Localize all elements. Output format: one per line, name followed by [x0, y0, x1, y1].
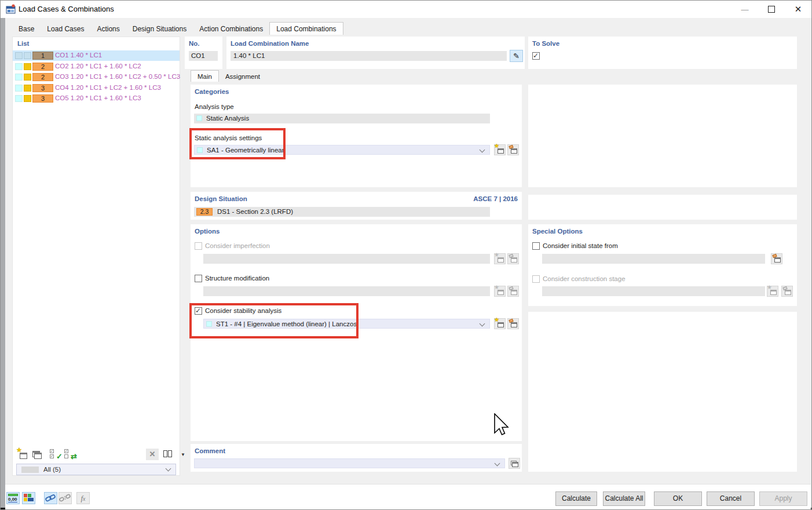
list-item[interactable]: 1 CO1 1.40 * LC1 — [13, 50, 180, 61]
stability-color-icon — [206, 321, 212, 327]
broken-chain-icon — [59, 493, 71, 504]
edit-structure-modification-button — [507, 286, 519, 297]
color-swatch-icon — [28, 498, 34, 501]
structure-modification-checkbox[interactable] — [195, 275, 202, 282]
list-item[interactable]: 2 CO3 1.20 * LC1 + 1.60 * LC2 + 0.50 * L… — [13, 72, 180, 82]
new-static-settings-button[interactable]: ★ — [494, 144, 506, 155]
list-item[interactable]: 3 CO4 1.20 * LC1 + LC2 + 1.60 * LC3 — [13, 83, 180, 93]
to-solve-panel: To Solve — [528, 37, 797, 69]
calculate-button[interactable]: Calculate — [555, 491, 597, 506]
special-options-title: Special Options — [532, 228, 583, 235]
decimal-icon: 0,00 — [8, 497, 17, 502]
stability-analysis-label: Consider stability analysis — [205, 307, 281, 314]
columns-button[interactable]: ▼ — [162, 449, 181, 460]
invert-checks-button[interactable]: ✓⇄ — [64, 449, 76, 460]
new-combination-button[interactable]: ★ — [16, 449, 29, 460]
edit-static-settings-button[interactable] — [507, 144, 519, 155]
design-situation-title: Design Situation — [195, 195, 247, 202]
close-button[interactable]: ✕ — [785, 1, 811, 18]
load-cases-dialog: Load Cases & Combinations — ✕ Base Load … — [0, 0, 812, 510]
window-frame-icon — [511, 148, 517, 154]
stability-analysis-dropdown[interactable]: ST1 - #4 | Eigenvalue method (linear) | … — [203, 319, 490, 329]
tab-action-combinations[interactable]: Action Combinations — [193, 23, 269, 35]
checkboxes-icon: ✓ — [64, 449, 70, 458]
color-swatch-icon — [28, 494, 31, 497]
columns-icon — [168, 450, 172, 457]
rename-button[interactable]: ✎ — [510, 50, 523, 62]
copy-icon — [512, 462, 518, 467]
construction-stage-checkbox — [532, 275, 540, 283]
ok-button[interactable]: OK — [654, 491, 702, 506]
filter-label: All (5) — [43, 466, 61, 473]
window-frame-icon — [498, 322, 504, 327]
link-button[interactable] — [44, 492, 57, 504]
item-number-badge: 2 — [32, 63, 53, 71]
delete-button[interactable]: ✕ — [146, 449, 159, 460]
standard-label: ASCE 7 | 2016 — [473, 195, 518, 202]
list-item[interactable]: 2 CO2 1.20 * LC1 + 1.60 * LC2 — [13, 61, 180, 72]
initial-state-label: Consider initial state from — [543, 242, 618, 249]
check-all-button[interactable]: ✓✓✓ — [49, 449, 62, 460]
window-edge — [1, 18, 5, 508]
construction-stage-label: Consider construction stage — [543, 275, 626, 282]
category-color-icon — [24, 52, 31, 59]
tab-assignment[interactable]: Assignment — [219, 71, 266, 82]
cancel-button[interactable]: Cancel — [707, 491, 755, 506]
edit-imperfection-button — [507, 253, 519, 264]
window-frame-icon — [498, 290, 504, 295]
minimize-button[interactable]: — — [731, 1, 758, 18]
static-settings-dropdown[interactable]: SA1 - Geometrically linear — [194, 145, 490, 155]
imperfection-label: Consider imperfection — [205, 242, 270, 249]
chain-link-icon — [45, 493, 57, 504]
name-field[interactable]: 1.40 * LC1 — [231, 51, 507, 61]
tab-main[interactable]: Main — [191, 70, 219, 82]
new-imperfection-button: ★ — [494, 253, 506, 264]
new-stability-button[interactable]: ★ — [494, 318, 506, 329]
calculate-all-button[interactable]: Calculate All — [603, 491, 645, 506]
copy-combination-button[interactable] — [31, 449, 43, 460]
static-settings-value: SA1 - Geometrically linear — [207, 147, 284, 154]
stability-analysis-checkbox[interactable] — [195, 307, 202, 315]
unlink-button — [58, 492, 72, 504]
maximize-button[interactable] — [758, 1, 785, 18]
analysis-type-value: Static Analysis — [206, 115, 249, 122]
imperfection-field — [203, 254, 490, 264]
item-number-badge: 1 — [32, 52, 53, 60]
color-swatch-icon — [24, 494, 27, 497]
units-settings-button[interactable]: 0,00 — [6, 492, 20, 504]
ruler-icon — [8, 494, 18, 496]
imperfection-checkbox — [195, 242, 202, 250]
checkboxes-icon: ✓✓ — [50, 449, 56, 458]
special-options-panel: Special Options Consider initial state f… — [528, 224, 797, 306]
tab-actions[interactable]: Actions — [90, 23, 126, 35]
comment-dropdown[interactable] — [194, 458, 505, 468]
category-color-icon — [15, 63, 23, 70]
columns-icon — [163, 450, 167, 457]
edit-stability-button[interactable] — [507, 318, 519, 329]
to-solve-checkbox[interactable] — [532, 52, 540, 60]
window-frame-icon — [498, 257, 504, 263]
tab-base[interactable]: Base — [12, 23, 41, 35]
category-color-icon — [24, 85, 31, 92]
category-color-icon — [15, 74, 23, 81]
design-situation-value: DS1 - Section 2.3 (LRFD) — [217, 208, 293, 215]
tab-load-combinations[interactable]: Load Combinations — [269, 22, 343, 35]
initial-state-checkbox[interactable] — [532, 242, 540, 250]
structure-modification-field — [203, 286, 490, 296]
filter-select[interactable]: All (5) — [16, 464, 176, 475]
name-panel: Load Combination Name 1.40 * LC1 ✎ — [226, 37, 525, 69]
edit-initial-state-button[interactable] — [771, 253, 782, 264]
display-properties-button[interactable] — [22, 492, 35, 504]
edit-construction-stage-button — [781, 286, 793, 297]
category-color-icon — [24, 95, 31, 102]
list-item[interactable]: 3 CO5 1.20 * LC1 + 1.60 * LC3 — [13, 93, 180, 104]
comment-copy-button[interactable] — [509, 458, 520, 469]
item-number-badge: 3 — [32, 84, 53, 92]
tab-design-situations[interactable]: Design Situations — [126, 23, 193, 35]
item-label: CO2 1.20 * LC1 + 1.60 * LC2 — [55, 63, 141, 70]
item-label: CO5 1.20 * LC1 + 1.60 * LC3 — [55, 94, 141, 101]
tab-load-cases[interactable]: Load Cases — [41, 23, 90, 35]
category-color-icon — [15, 95, 23, 102]
to-solve-label: To Solve — [532, 40, 559, 47]
item-number-badge: 2 — [32, 73, 53, 81]
